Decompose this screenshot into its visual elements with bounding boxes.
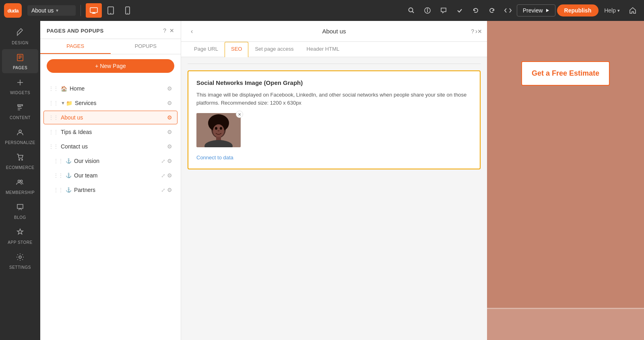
device-icons <box>86 3 136 18</box>
tab-header-html[interactable]: Header HTML <box>300 42 346 57</box>
pages-icon <box>16 53 25 64</box>
page-settings-about-us[interactable]: ⚙ <box>167 114 172 121</box>
undo-button[interactable] <box>469 3 483 18</box>
svg-rect-0 <box>90 8 97 12</box>
page-settings-vision[interactable]: ⚙ <box>167 158 172 164</box>
drag-handle-home[interactable]: ⋮⋮ <box>49 86 58 91</box>
app-store-icon <box>16 228 25 239</box>
svg-point-23 <box>18 180 20 182</box>
svg-point-22 <box>22 159 23 160</box>
page-name-about-us: About us <box>61 114 167 121</box>
page-settings-home[interactable]: ⚙ <box>167 85 172 92</box>
sidebar-item-membership[interactable]: MEMBERSHIP <box>2 174 38 198</box>
sidebar-label-design: DESIGN <box>12 41 28 45</box>
sidebar-item-settings[interactable]: SETTINGS <box>2 249 38 273</box>
social-image-placeholder[interactable] <box>196 113 241 147</box>
comments-button[interactable] <box>436 3 451 18</box>
help-button[interactable]: Help <box>600 5 624 16</box>
drag-handle-vision[interactable]: ⋮⋮ <box>54 158 63 164</box>
page-name-services: Services <box>75 100 167 106</box>
search-button[interactable] <box>404 3 419 18</box>
svg-point-33 <box>220 127 222 130</box>
page-item-tips-ideas[interactable]: ⋮⋮ Tips & Ideas ⚙ <box>43 125 178 139</box>
sidebar-label-ecommerce: ECOMMERCE <box>6 165 35 170</box>
page-item-partners[interactable]: ⋮⋮ ⚓ Partners ⤢ ⚙ <box>48 183 178 197</box>
tablet-view-button[interactable] <box>103 3 119 18</box>
page-icon-team: ⚓ <box>66 173 72 178</box>
tab-seo[interactable]: SEO <box>225 42 248 57</box>
new-page-button[interactable]: + New Page <box>47 59 174 73</box>
svg-point-34 <box>218 130 220 132</box>
social-image-area: ✕ <box>196 113 241 147</box>
tab-popups[interactable]: POPUPS <box>111 39 181 54</box>
move-icon-partners[interactable]: ⤢ <box>161 187 165 193</box>
page-settings-partners[interactable]: ⚙ <box>167 187 172 193</box>
sidebar-label-pages: PAGES <box>13 66 27 70</box>
info-button[interactable] <box>420 3 435 18</box>
tab-page-access[interactable]: Set page access <box>248 42 300 57</box>
drag-handle-partners[interactable]: ⋮⋮ <box>54 187 63 193</box>
seo-close-icon[interactable]: ✕ <box>477 28 482 35</box>
personalize-icon <box>16 128 25 139</box>
sidebar-label-content: CONTENT <box>10 115 31 120</box>
page-icon-partners: ⚓ <box>66 187 72 193</box>
mobile-view-button[interactable] <box>120 3 136 18</box>
page-settings-contact[interactable]: ⚙ <box>167 143 172 150</box>
duda-logo[interactable]: duda <box>4 3 22 18</box>
move-icon-vision[interactable]: ⤢ <box>161 158 165 164</box>
pages-header-icons: ? ✕ <box>163 27 174 34</box>
sidebar-item-design[interactable]: DESIGN <box>2 24 38 48</box>
svg-point-24 <box>21 180 23 182</box>
tab-pages[interactable]: PAGES <box>40 39 111 54</box>
page-settings-services[interactable]: ⚙ <box>167 100 172 106</box>
page-item-home[interactable]: ⋮⋮ 🏠 Home ⚙ <box>43 82 178 95</box>
page-move-partners: ⤢ <box>161 187 165 193</box>
content-icon <box>16 103 25 114</box>
page-item-services[interactable]: ⋮⋮ ▼ 📁 Services ⚙ <box>43 96 178 110</box>
services-expand-chevron[interactable]: ▼ <box>61 101 65 105</box>
drag-handle-services[interactable]: ⋮⋮ <box>49 100 58 106</box>
svg-line-13 <box>19 31 21 34</box>
top-navigation: duda About us <box>0 0 644 21</box>
social-networks-title: Social Networks Image (Open Graph) <box>196 79 472 86</box>
page-item-about-us[interactable]: ⋮⋮ About us ⚙ <box>43 111 178 124</box>
code-button[interactable] <box>501 3 515 18</box>
page-settings-team[interactable]: ⚙ <box>167 172 172 179</box>
preview-button[interactable]: Preview <box>517 4 555 16</box>
drag-handle-team[interactable]: ⋮⋮ <box>54 173 63 178</box>
desktop-view-button[interactable] <box>86 3 102 18</box>
left-sidebar: DESIGN PAGES WIDGETS CONTENT PERSONALIZE <box>0 21 40 340</box>
seo-prev-arrow[interactable]: ‹ <box>188 26 196 37</box>
social-image-remove-button[interactable]: ✕ <box>236 111 243 118</box>
sidebar-item-app-store[interactable]: APP STORE <box>2 224 38 248</box>
seo-help-icon[interactable]: ? <box>471 28 474 35</box>
connect-to-data-link[interactable]: Connect to data <box>196 155 472 161</box>
page-item-our-team[interactable]: ⋮⋮ ⚓ Our team ⤢ ⚙ <box>48 169 178 182</box>
home-button[interactable] <box>625 3 640 18</box>
redo-button[interactable] <box>485 3 499 18</box>
tab-page-url[interactable]: Page URL <box>188 42 225 57</box>
sidebar-item-widgets[interactable]: WIDGETS <box>2 74 38 98</box>
check-button[interactable] <box>452 3 467 18</box>
sidebar-item-personalize[interactable]: PERSONALIZE <box>2 124 38 148</box>
sidebar-label-app-store: APP STORE <box>8 240 32 245</box>
svg-rect-14 <box>17 54 23 61</box>
page-item-contact-us[interactable]: ⋮⋮ Contact us ⚙ <box>43 140 178 153</box>
republish-button[interactable]: Republish <box>557 4 599 16</box>
sidebar-item-content[interactable]: CONTENT <box>2 99 38 123</box>
page-settings-tips[interactable]: ⚙ <box>167 129 172 135</box>
page-selector[interactable]: About us <box>27 5 76 16</box>
sidebar-label-blog: BLOG <box>14 215 26 220</box>
pages-help-icon[interactable]: ? <box>163 27 166 34</box>
page-item-our-vision[interactable]: ⋮⋮ ⚓ Our vision ⤢ ⚙ <box>48 154 178 168</box>
pages-close-icon[interactable]: ✕ <box>169 27 174 34</box>
sidebar-item-pages[interactable]: PAGES <box>2 49 38 73</box>
preview-bottom-area <box>487 308 644 340</box>
drag-handle-contact[interactable]: ⋮⋮ <box>49 144 58 149</box>
move-icon-team[interactable]: ⤢ <box>161 173 165 179</box>
drag-handle-about-us[interactable]: ⋮⋮ <box>49 115 58 120</box>
sidebar-item-ecommerce[interactable]: ECOMMERCE <box>2 149 38 173</box>
sidebar-item-blog[interactable]: BLOG <box>2 199 38 223</box>
preview-cta-button[interactable]: Get a Free Estimate <box>521 61 610 86</box>
drag-handle-tips[interactable]: ⋮⋮ <box>49 129 58 135</box>
